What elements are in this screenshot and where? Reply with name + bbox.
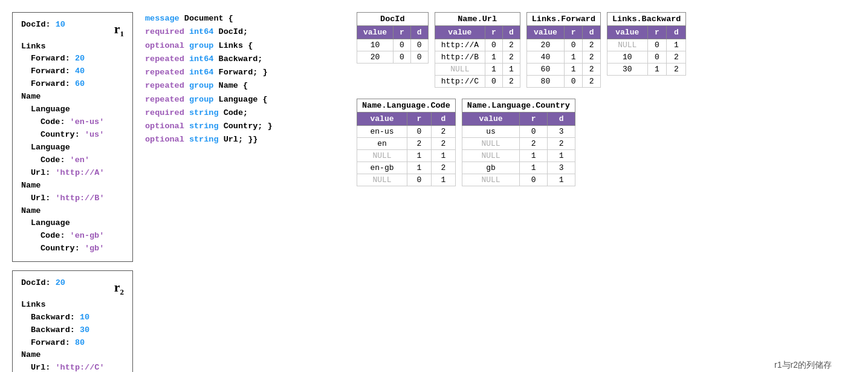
- table-row: NULL11: [435, 64, 520, 76]
- table-row: 2000: [357, 51, 429, 64]
- r2-label: r2: [114, 277, 124, 299]
- r1-docid: DocId: 10: [21, 20, 65, 29]
- links-forward-col-r: r: [565, 26, 583, 39]
- docid-title: DocId: [357, 12, 429, 25]
- table-row: http://C02: [435, 76, 520, 88]
- code-block: message Document { required int64 DocId;…: [145, 12, 338, 147]
- left-records: r1 DocId: 10 Links Forward: 20 Forward: …: [12, 12, 133, 372]
- table-row: 3012: [607, 64, 686, 76]
- name-url-col-value: value: [435, 26, 485, 39]
- table-row: en22: [357, 138, 456, 150]
- links-forward-title: Links.Forward: [526, 12, 601, 25]
- name-lang-country-table: value r d us03 NULL22 NULL11 gb13 NULL01: [462, 112, 575, 186]
- nlc-col-value: value: [357, 113, 407, 126]
- table-row: NULL22: [462, 138, 575, 150]
- links-backward-table: value r d NULL01 1002 3012: [607, 25, 686, 76]
- record-r1: r1 DocId: 10 Links Forward: 20 Forward: …: [12, 12, 133, 262]
- table-row: gb13: [462, 162, 575, 174]
- tables-section: DocId value r d 1000 2000: [357, 12, 686, 186]
- name-lang-code-table: value r d en-us02 en22 NULL11 en-gb12 NU…: [357, 112, 456, 186]
- name-url-col-d: d: [502, 26, 520, 39]
- table-row: 1002: [607, 51, 686, 64]
- nlc-col-d: d: [431, 113, 455, 126]
- links-backward-col-d: d: [667, 26, 686, 39]
- links-forward-table: value r d 2002 4012 6012 8002: [526, 25, 601, 88]
- table-row: NULL01: [357, 174, 456, 186]
- links-forward-col-d: d: [583, 26, 601, 39]
- footer-title: r1与r2的列储存: [772, 360, 832, 371]
- docid-col-value: value: [357, 26, 394, 39]
- docid-col-r: r: [394, 26, 411, 39]
- links-forward-table-wrapper: Links.Forward value r d 2002 4012 6012 8…: [526, 12, 601, 88]
- table-row: 4012: [526, 51, 600, 64]
- table-row: NULL01: [607, 39, 686, 51]
- table-row: http://B12: [435, 51, 520, 64]
- name-lang-code-table-wrapper: Name.Language.Code value r d en-us02 en2…: [357, 99, 456, 186]
- links-backward-col-value: value: [607, 26, 648, 39]
- table-row: 8002: [526, 76, 600, 88]
- name-url-col-r: r: [485, 26, 503, 39]
- table-row: us03: [462, 126, 575, 138]
- r1-label: r1: [114, 19, 124, 41]
- name-url-title: Name.Url: [435, 12, 520, 25]
- name-url-table: value r d http://A02 http://B12 NULL11 h…: [435, 25, 520, 88]
- table-row: en-gb12: [357, 162, 456, 174]
- docid-col-d: d: [410, 26, 428, 39]
- record-r2: r2 DocId: 20 Links Backward: 10 Backward…: [12, 270, 133, 372]
- links-backward-table-wrapper: Links.Backward value r d NULL01 1002 301…: [607, 12, 686, 76]
- links-backward-title: Links.Backward: [607, 12, 686, 25]
- nlcy-col-r: r: [520, 113, 548, 126]
- main-container: r1 DocId: 10 Links Forward: 20 Forward: …: [12, 12, 856, 372]
- table-row: NULL01: [462, 174, 575, 186]
- footer: r1与r2的列储存 CSDN @夏日流风: [772, 360, 832, 372]
- table-row: 2002: [526, 39, 600, 51]
- tables-bottom-row: Name.Language.Code value r d en-us02 en2…: [357, 99, 686, 186]
- nlc-col-r: r: [407, 113, 432, 126]
- table-row: 6012: [526, 64, 600, 76]
- nlcy-col-value: value: [462, 113, 519, 126]
- links-backward-col-r: r: [647, 26, 667, 39]
- name-url-table-wrapper: Name.Url value r d http://A02 http://B12…: [435, 12, 520, 88]
- nlcy-col-d: d: [548, 113, 575, 126]
- table-row: 1000: [357, 39, 429, 51]
- name-lang-country-title: Name.Language.Country: [462, 99, 575, 112]
- name-lang-country-table-wrapper: Name.Language.Country value r d us03 NUL…: [462, 99, 575, 186]
- docid-table: value r d 1000 2000: [357, 25, 429, 64]
- table-row: en-us02: [357, 126, 456, 138]
- links-forward-col-value: value: [526, 26, 564, 39]
- table-row: NULL11: [462, 150, 575, 162]
- table-row: http://A02: [435, 39, 520, 51]
- tables-top-row: DocId value r d 1000 2000: [357, 12, 686, 88]
- name-lang-code-title: Name.Language.Code: [357, 99, 456, 112]
- docid-table-wrapper: DocId value r d 1000 2000: [357, 12, 429, 64]
- table-row: NULL11: [357, 150, 456, 162]
